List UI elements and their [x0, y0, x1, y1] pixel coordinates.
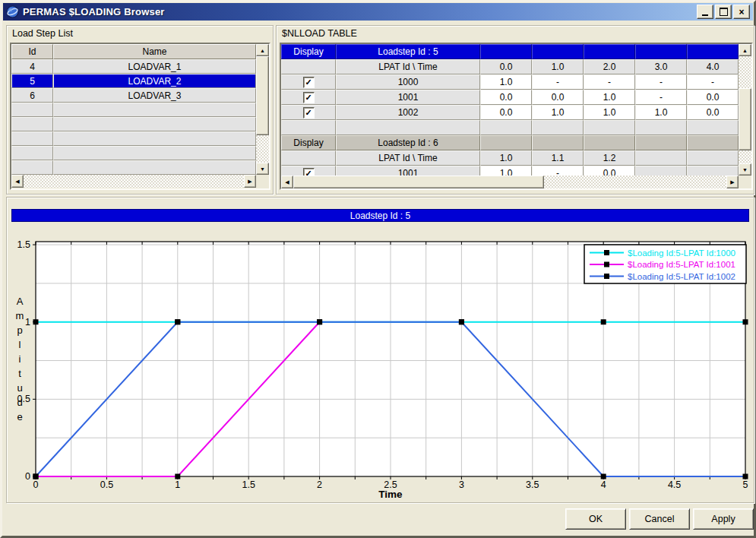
value-cell[interactable]: -: [635, 74, 687, 90]
column-header-name[interactable]: Name: [53, 44, 256, 59]
empty-row[interactable]: [11, 117, 256, 131]
scrollbar-thumb[interactable]: [256, 56, 269, 135]
value-cell[interactable]: 1.0: [584, 90, 635, 105]
scrollbar-thumb[interactable]: [739, 88, 751, 150]
load-step-horizontal-scrollbar[interactable]: ◀ ▶: [11, 175, 256, 188]
apply-button[interactable]: Apply: [693, 508, 754, 530]
empty-row[interactable]: [11, 131, 256, 146]
nlload-table-label: $NLLOAD TABLE: [282, 28, 357, 39]
scrollbar-track[interactable]: [739, 150, 751, 163]
svg-text:1: 1: [175, 479, 180, 490]
ok-button[interactable]: OK: [565, 508, 626, 530]
value-cell[interactable]: -: [687, 74, 739, 90]
nlload-horizontal-scrollbar[interactable]: ◀ ▶: [281, 176, 739, 188]
value-cell[interactable]: 1.0: [532, 105, 584, 120]
load-step-name: LOADVAR_3: [53, 88, 256, 103]
scrollbar-track[interactable]: [24, 175, 244, 188]
app-icon: [6, 5, 19, 18]
load-step-list-panel: Load Step List Id Name 4 LOADVAR_1 5 LOA…: [6, 25, 274, 195]
display-checkbox[interactable]: ✓: [303, 92, 315, 103]
scroll-down-button[interactable]: ▼: [739, 163, 751, 176]
value-cell[interactable]: -: [532, 166, 584, 176]
load-step-id: 6: [11, 88, 53, 103]
display-checkbox[interactable]: ✓: [303, 107, 315, 119]
loadstep-6-header-row[interactable]: Display Loadstep Id : 6: [281, 135, 739, 150]
scrollbar-track[interactable]: [739, 56, 751, 88]
svg-text:4.5: 4.5: [668, 479, 681, 490]
series-marker: [743, 319, 748, 324]
empty-row[interactable]: [11, 146, 256, 160]
loadstep-6-time-row: LPAT Id \ Time 1.0 1.1 1.2: [281, 150, 739, 166]
lpat-row-1002[interactable]: ✓ 1002 0.0 1.0 1.0 1.0 0.0: [281, 105, 739, 120]
value-cell[interactable]: 1.0: [480, 74, 532, 90]
empty-row[interactable]: [11, 160, 256, 175]
time-header: 1.1: [532, 150, 584, 166]
display-checkbox[interactable]: ✓: [303, 168, 315, 176]
y-axis-label-char: p: [17, 324, 22, 336]
scroll-down-button[interactable]: ▼: [256, 163, 269, 175]
scroll-up-button[interactable]: ▲: [256, 44, 269, 56]
scroll-left-button[interactable]: ◀: [11, 175, 24, 188]
x-axis-label: Time: [378, 489, 403, 500]
minimize-button[interactable]: [697, 5, 713, 19]
series-marker: [601, 319, 606, 324]
window-title: PERMAS $LOADING Browser: [23, 6, 165, 17]
value-cell[interactable]: 1.0: [635, 105, 687, 120]
legend: $Loading Id:5-LPAT Id:1000$Loading Id:5-…: [584, 245, 746, 283]
scrollbar-track[interactable]: [544, 176, 726, 188]
scroll-right-button[interactable]: ▶: [726, 176, 739, 188]
loadstep-5-header-row[interactable]: Display Loadstep Id : 5: [281, 44, 739, 59]
titlebar[interactable]: PERMAS $LOADING Browser ×: [3, 3, 753, 21]
svg-text:0.5: 0.5: [100, 479, 113, 490]
load-step-row-5-selected[interactable]: 5 LOADVAR_2: [11, 74, 256, 88]
lpat-time-label: LPAT Id \ Time: [336, 59, 480, 74]
lpat-row-1001-clipped[interactable]: ✓ 1001 1.0 - 0.0: [281, 166, 739, 176]
close-button[interactable]: ×: [733, 5, 750, 19]
value-cell[interactable]: 0.0: [532, 90, 584, 105]
value-cell[interactable]: 1.0: [480, 166, 532, 176]
y-axis-label-char: m: [16, 310, 24, 321]
y-axis-label-char: u: [17, 382, 22, 394]
load-step-row-6[interactable]: 6 LOADVAR_3: [11, 88, 256, 103]
series-marker: [175, 319, 180, 324]
value-cell[interactable]: -: [635, 90, 687, 105]
minimize-icon: [702, 14, 708, 16]
scroll-left-icon: ◀: [285, 179, 289, 185]
scroll-up-button[interactable]: ▲: [739, 44, 751, 56]
value-cell[interactable]: 0.0: [480, 105, 532, 120]
value-cell[interactable]: -: [532, 74, 584, 90]
value-cell[interactable]: 0.0: [687, 90, 739, 105]
scroll-right-button[interactable]: ▶: [244, 175, 256, 188]
legend-label: $Loading Id:5-LPAT Id:1002: [628, 272, 735, 281]
series-marker: [33, 474, 39, 479]
svg-text:0: 0: [33, 479, 39, 490]
cancel-button[interactable]: Cancel: [629, 508, 690, 530]
scroll-left-button[interactable]: ◀: [281, 176, 293, 188]
lpat-row-1000[interactable]: ✓ 1000 1.0 - - - -: [281, 74, 739, 90]
load-step-table: Id Name 4 LOADVAR_1 5 LOADVAR_2 6 LOADVA…: [10, 43, 270, 190]
value-cell[interactable]: 1.0: [584, 105, 635, 120]
lpat-id: 1000: [336, 74, 480, 90]
lpat-id: 1001: [336, 166, 480, 176]
load-step-vertical-scrollbar[interactable]: ▲ ▼: [256, 44, 269, 175]
nlload-table-panel: $NLLOAD TABLE Display Loadstep Id : 5 LP…: [276, 25, 754, 195]
lpat-row-1001[interactable]: ✓ 1001 0.0 0.0 1.0 - 0.0: [281, 90, 739, 105]
legend-marker: [604, 262, 609, 267]
nlload-vertical-scrollbar[interactable]: ▲ ▼: [739, 44, 751, 176]
close-icon: ×: [739, 7, 744, 17]
column-header-id[interactable]: Id: [11, 44, 53, 59]
maximize-button[interactable]: [715, 5, 732, 19]
maximize-icon: [720, 8, 728, 16]
display-checkbox[interactable]: ✓: [303, 77, 315, 88]
scrollbar-thumb[interactable]: [293, 176, 544, 188]
value-cell[interactable]: -: [584, 74, 635, 90]
legend-label: $Loading Id:5-LPAT Id:1000: [628, 248, 735, 258]
value-cell[interactable]: 0.0: [687, 105, 739, 120]
scrollbar-track[interactable]: [256, 135, 269, 163]
scroll-up-icon: ▲: [742, 48, 748, 53]
value-cell[interactable]: 0.0: [584, 166, 635, 176]
load-step-row-4[interactable]: 4 LOADVAR_1: [11, 59, 256, 74]
empty-row[interactable]: [11, 103, 256, 117]
time-header: [687, 150, 739, 166]
value-cell[interactable]: 0.0: [480, 90, 532, 105]
